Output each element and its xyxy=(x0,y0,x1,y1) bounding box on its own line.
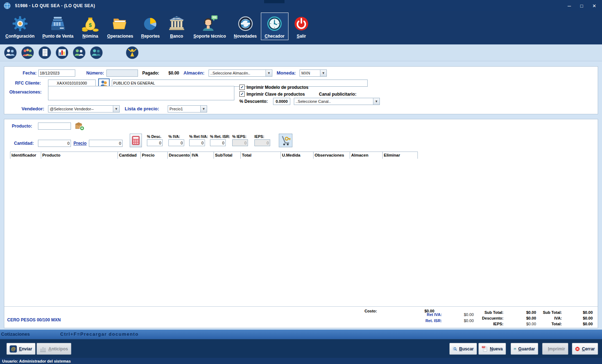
iva-pct-input[interactable] xyxy=(168,139,184,146)
menu-operaciones[interactable]: Operaciones xyxy=(103,13,137,40)
checkbox-imprimir-modelo[interactable]: ✓ Imprimir Modelo de productos xyxy=(239,85,309,90)
window-title: 51986 - LO QUE SEA - (LO QUE SEA) xyxy=(15,3,95,8)
checkbox-check-icon[interactable]: ✓ xyxy=(239,91,245,97)
printer-icon xyxy=(545,345,546,353)
column-header-eliminar[interactable]: Eliminar xyxy=(383,152,417,159)
app-logo-icon xyxy=(4,2,11,9)
svg-text:CFDI: CFDI xyxy=(482,346,485,348)
moneda-select[interactable]: MXN ▼ xyxy=(300,70,327,77)
producto-input[interactable] xyxy=(38,123,71,130)
items-table-header: Identificador Producto Cantidad Precio D… xyxy=(10,152,418,159)
ret-iva-pct-input[interactable] xyxy=(189,139,205,146)
iva-pct-label: % IVA: xyxy=(168,134,180,139)
canal-select[interactable]: ..Seleccione Canal.. ▼ xyxy=(294,98,380,105)
document-header-panel: Fecha: Número: Pagado: $0.00 Almacén: ..… xyxy=(4,66,598,114)
column-header-observaciones[interactable]: Observaciones xyxy=(314,152,350,159)
maximize-icon[interactable]: □ xyxy=(580,4,583,8)
lista-precio-select[interactable]: Precio1 ▼ xyxy=(168,105,207,112)
menu-punto-de-venta[interactable]: Punto de Venta xyxy=(38,13,77,40)
canal-label: Canal publicitario: xyxy=(319,92,357,97)
menu-configuracion[interactable]: Configuración xyxy=(1,13,38,40)
cerrar-button[interactable]: Cerrar xyxy=(572,343,598,355)
svg-text:$: $ xyxy=(89,22,92,28)
column-header-almacen[interactable]: Almacen xyxy=(350,152,383,159)
save-floppy-icon xyxy=(514,345,516,353)
column-header-producto[interactable]: Producto xyxy=(41,152,118,159)
menu-label: Configuración xyxy=(5,34,34,39)
column-header-identificador[interactable]: Identificador xyxy=(10,152,41,159)
descuento-total-label: Descuento: xyxy=(467,316,503,320)
team-green-icon[interactable] xyxy=(72,46,86,59)
guardar-button[interactable]: Guardar xyxy=(511,343,538,355)
menu-label: Banco xyxy=(170,34,183,39)
cantidad-input[interactable] xyxy=(38,140,71,147)
checkbox-check-icon[interactable]: ✓ xyxy=(239,85,245,90)
refresh-icon xyxy=(236,15,254,33)
transfer-button[interactable] xyxy=(279,134,292,147)
column-header-iva[interactable]: IVA xyxy=(191,152,214,159)
clients-icon[interactable] xyxy=(4,46,17,59)
precio-input[interactable] xyxy=(89,140,123,147)
close-icon[interactable]: ✕ xyxy=(592,4,596,8)
add-product-button[interactable] xyxy=(74,121,85,131)
observaciones-label: Observaciones: xyxy=(9,90,42,95)
column-header-descuento[interactable]: Descuento xyxy=(168,152,191,159)
column-header-total[interactable]: Total xyxy=(241,152,281,159)
producto-label: Producto: xyxy=(12,124,32,129)
enviar-button[interactable]: @ Enviar xyxy=(6,343,35,355)
vendedor-select[interactable]: @Seleccione Vendedor-- ▼ xyxy=(48,105,120,112)
folder-icon xyxy=(111,15,129,33)
menu-nomina[interactable]: $ Nómina xyxy=(77,13,103,40)
team-teal-icon[interactable] xyxy=(90,46,103,59)
chevron-down-icon[interactable]: ▼ xyxy=(200,106,207,112)
pie-chart-icon xyxy=(142,15,159,33)
menu-salir[interactable]: Salir xyxy=(288,13,314,40)
observaciones-textarea[interactable] xyxy=(48,86,234,100)
fecha-input[interactable] xyxy=(38,70,75,77)
rfc-input[interactable] xyxy=(48,80,96,87)
menu-reportes[interactable]: Reportes xyxy=(137,13,164,40)
menu-checador[interactable]: Checador xyxy=(261,13,288,40)
svg-text:BANK: BANK xyxy=(173,18,180,20)
items-table-body[interactable] xyxy=(10,159,595,306)
ret-isr-pct-input[interactable] xyxy=(210,139,226,146)
at-icon: @ xyxy=(10,345,17,353)
desc-pct-input[interactable] xyxy=(147,139,163,146)
menu-label: Checador xyxy=(265,34,285,39)
menu-banco[interactable]: BANK Banco xyxy=(164,13,190,40)
cash-register-icon xyxy=(49,15,67,33)
document-icon[interactable] xyxy=(38,46,52,59)
celebration-icon[interactable] xyxy=(125,46,139,59)
titlebar: 51986 - LO QUE SEA - (LO QUE SEA) ─ □ ✕ xyxy=(0,0,602,11)
menu-label: Soporte técnico xyxy=(194,34,226,39)
ieps-label: IEPS: xyxy=(254,134,264,139)
bar-chart-icon[interactable] xyxy=(55,46,69,59)
chevron-down-icon[interactable]: ▼ xyxy=(266,70,272,76)
minimize-icon[interactable]: ─ xyxy=(568,4,571,8)
almacen-select[interactable]: ..Seleccione Almacén.. ▼ xyxy=(209,70,272,77)
chevron-down-icon[interactable]: ▼ xyxy=(113,106,119,112)
cantidad-label: Cantidad: xyxy=(14,141,34,146)
package-add-icon xyxy=(75,121,85,131)
close-red-icon xyxy=(575,345,580,353)
anticipos-button: Anticipos xyxy=(37,343,71,355)
descuento-input[interactable] xyxy=(273,98,290,105)
column-header-precio[interactable]: Precio xyxy=(141,152,168,159)
menu-soporte-tecnico[interactable]: Soporte técnico xyxy=(190,13,230,40)
quick-toolbar xyxy=(0,44,602,61)
column-header-subtotal[interactable]: SubTotal xyxy=(214,152,241,159)
precio-link[interactable]: Precio xyxy=(73,141,87,146)
menu-novedades[interactable]: Novedades xyxy=(230,13,261,40)
column-header-cantidad[interactable]: Cantidad xyxy=(118,152,141,159)
column-header-umedida[interactable]: U.Medida xyxy=(281,152,314,159)
total-value: $0.00 xyxy=(564,322,593,326)
calculator-button[interactable] xyxy=(130,134,142,147)
main-menu-ribbon: Configuración Punto de Venta $ Nómina Op… xyxy=(0,11,602,44)
checkbox-imprimir-clave[interactable]: ✓ Imprimir Clave de productos xyxy=(239,91,305,97)
buscar-button[interactable]: Buscar xyxy=(449,343,477,355)
chevron-down-icon[interactable]: ▼ xyxy=(320,70,326,76)
chevron-down-icon[interactable]: ▼ xyxy=(373,98,379,105)
nueva-button[interactable]: CFDI Nueva xyxy=(478,343,506,355)
moneda-label: Moneda: xyxy=(277,70,296,76)
clients-group-icon[interactable] xyxy=(21,46,34,59)
